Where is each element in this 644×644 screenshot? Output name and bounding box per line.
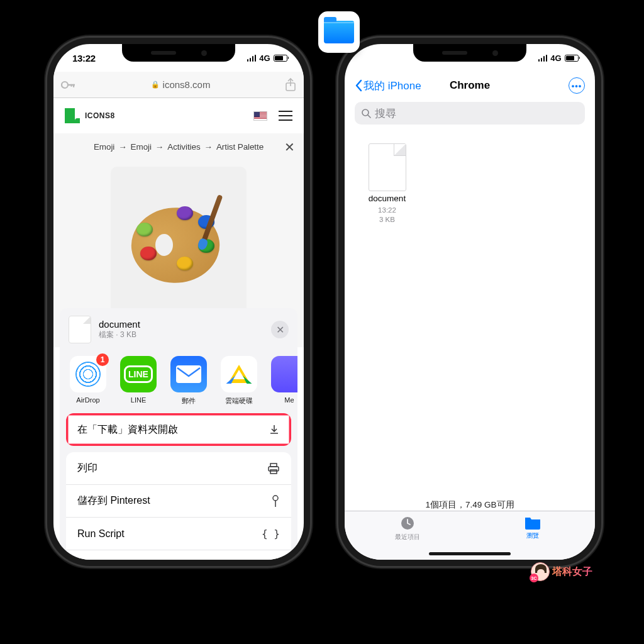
icon-preview bbox=[111, 167, 247, 318]
download-icon bbox=[269, 424, 280, 435]
action-label: Run Script bbox=[77, 528, 125, 540]
file-item[interactable]: document 13:223 KB bbox=[357, 143, 417, 225]
svg-point-0 bbox=[62, 82, 68, 88]
clock-icon bbox=[399, 515, 416, 531]
share-app-line[interactable]: LINE LINE bbox=[119, 356, 158, 406]
storage-status: 1個項目，7.49 GB可用 bbox=[345, 499, 595, 511]
action-save-draft[interactable]: Save as Draft W bbox=[66, 550, 291, 560]
action-save-pinterest[interactable]: 儲存到 Pinterest bbox=[66, 485, 291, 518]
search-field[interactable]: 搜尋 bbox=[355, 102, 585, 125]
artist-palette-icon bbox=[131, 201, 226, 283]
chevron-left-icon bbox=[355, 79, 362, 92]
battery-icon bbox=[565, 55, 580, 62]
files-nav-bar: 我的 iPhone Chrome ••• bbox=[345, 72, 595, 99]
braces-icon: { } bbox=[262, 528, 280, 540]
hamburger-menu-icon[interactable] bbox=[279, 111, 292, 121]
status-indicators: 4G bbox=[538, 53, 580, 63]
mail-icon bbox=[176, 365, 201, 383]
app-label: LINE bbox=[131, 396, 146, 404]
share-app-mail[interactable]: 郵件 bbox=[169, 356, 208, 406]
app-label: 郵件 bbox=[182, 396, 196, 406]
notch bbox=[122, 44, 235, 62]
share-doc-name: document bbox=[99, 319, 264, 330]
action-label: 儲存到 Pinterest bbox=[77, 494, 150, 508]
safari-toolbar: 🔒 icons8.com bbox=[53, 72, 304, 98]
folder-icon bbox=[324, 21, 354, 43]
share-sheet: document 檔案 · 3 KB ✕ 1 AirDrop LINE LINE… bbox=[60, 308, 297, 560]
share-doc-meta: 檔案 · 3 KB bbox=[99, 330, 264, 340]
battery-icon bbox=[274, 55, 289, 62]
search-icon bbox=[361, 108, 371, 118]
home-indicator[interactable] bbox=[429, 552, 511, 555]
svg-rect-5 bbox=[176, 365, 201, 383]
files-app-icon bbox=[318, 11, 360, 53]
action-label: 列印 bbox=[77, 462, 97, 475]
svg-rect-8 bbox=[270, 470, 277, 474]
app-label: 雲端硬碟 bbox=[225, 396, 253, 406]
share-header: document 檔案 · 3 KB ✕ bbox=[60, 308, 297, 351]
share-icon[interactable] bbox=[285, 78, 296, 92]
search-placeholder: 搜尋 bbox=[375, 106, 396, 121]
status-time: 13:22 bbox=[72, 53, 96, 64]
phone-right: . 4G 我的 iPhone Chrome ••• 搜尋 document 13… bbox=[345, 44, 595, 560]
phone-left: 13:22 4G 🔒 icons8.com ICONS8 ✕ bbox=[53, 44, 304, 560]
breadcrumb-item[interactable]: Emoji bbox=[131, 142, 152, 152]
lock-icon: 🔒 bbox=[151, 80, 160, 89]
action-run-script[interactable]: Run Script { } bbox=[66, 518, 291, 550]
svg-rect-2 bbox=[73, 84, 74, 87]
app-label: Me bbox=[284, 396, 294, 404]
icons8-brand: ICONS8 bbox=[85, 111, 115, 120]
airdrop-icon bbox=[75, 362, 101, 387]
action-open-in-downloads[interactable]: 在「下載」資料夾開啟 bbox=[66, 413, 291, 446]
tab-label: 瀏覽 bbox=[526, 531, 539, 540]
file-thumb-icon bbox=[369, 143, 406, 191]
pin-icon bbox=[271, 495, 280, 508]
back-button[interactable]: 我的 iPhone bbox=[355, 79, 421, 93]
icons8-mark-icon bbox=[65, 108, 80, 123]
folder-icon bbox=[524, 515, 541, 530]
line-icon: LINE bbox=[124, 365, 153, 383]
breadcrumb[interactable]: Emoji→ Emoji→ Activities→ Artist Palette bbox=[62, 142, 295, 152]
nav-title: Chrome bbox=[450, 79, 490, 92]
ellipsis-icon: ••• bbox=[572, 81, 582, 91]
network-label: 4G bbox=[259, 53, 270, 63]
notch bbox=[413, 44, 526, 62]
network-label: 4G bbox=[550, 53, 561, 63]
icons8-header: ICONS8 bbox=[53, 98, 304, 133]
watermark-badge: 3C bbox=[530, 574, 538, 582]
signal-icon bbox=[247, 55, 257, 62]
url-bar[interactable]: 🔒 icons8.com bbox=[82, 79, 279, 90]
file-name: document bbox=[369, 194, 406, 203]
breadcrumb-item[interactable]: Artist Palette bbox=[216, 142, 264, 152]
watermark-text: 塔科女子 bbox=[552, 565, 592, 579]
share-app-next[interactable]: Me bbox=[270, 356, 297, 406]
document-icon bbox=[69, 316, 91, 343]
icons8-logo[interactable]: ICONS8 bbox=[65, 108, 115, 123]
tab-label: 最近項目 bbox=[395, 533, 420, 541]
keychain-icon[interactable] bbox=[61, 80, 76, 90]
app-label: AirDrop bbox=[76, 396, 99, 404]
share-app-airdrop[interactable]: 1 AirDrop bbox=[69, 356, 108, 406]
files-grid[interactable]: document 13:223 KB bbox=[345, 131, 595, 237]
share-actions-group-2: 列印 儲存到 Pinterest Run Script { } Save as … bbox=[66, 452, 291, 560]
breadcrumb-item[interactable]: Activities bbox=[167, 142, 200, 152]
share-actions-group-1: 在「下載」資料夾開啟 bbox=[66, 413, 291, 446]
back-label: 我的 iPhone bbox=[364, 79, 421, 93]
more-options-button[interactable]: ••• bbox=[569, 77, 585, 94]
svg-point-9 bbox=[273, 496, 278, 501]
url-text: icons8.com bbox=[163, 79, 211, 90]
printer-icon bbox=[267, 463, 280, 474]
action-print[interactable]: 列印 bbox=[66, 452, 291, 485]
svg-rect-3 bbox=[71, 84, 72, 86]
share-app-drive[interactable]: 雲端硬碟 bbox=[219, 356, 258, 406]
flag-us-icon[interactable] bbox=[253, 111, 267, 121]
close-icon[interactable]: ✕ bbox=[284, 140, 295, 155]
share-app-row[interactable]: 1 AirDrop LINE LINE 郵件 雲端硬碟 Me bbox=[60, 351, 297, 413]
breadcrumb-item[interactable]: Emoji bbox=[94, 142, 114, 152]
file-meta: 13:223 KB bbox=[378, 206, 396, 225]
signal-icon bbox=[538, 55, 548, 62]
watermark: 3C 塔科女子 bbox=[531, 562, 592, 581]
google-drive-icon bbox=[228, 365, 250, 384]
close-share-button[interactable]: ✕ bbox=[271, 321, 289, 338]
badge: 1 bbox=[96, 353, 109, 366]
